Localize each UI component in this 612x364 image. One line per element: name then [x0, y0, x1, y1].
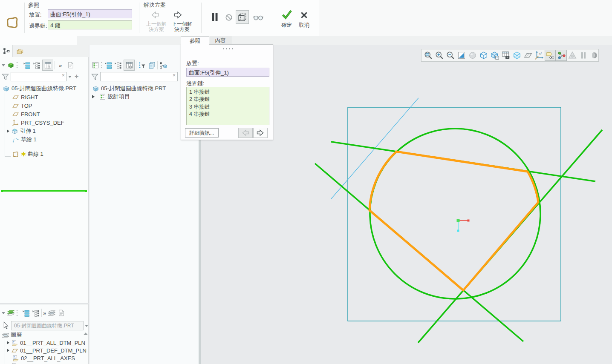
collapse-all-icon[interactable]	[32, 309, 40, 317]
layer-doc-icon[interactable]	[57, 309, 66, 317]
more-options-icon[interactable]	[101, 61, 103, 69]
boundary-chain-list[interactable]: 1 串接鏈 2 串接鏈 3 串接鏈 4 串接鏈	[186, 87, 269, 125]
next-chain-button[interactable]	[253, 128, 268, 138]
insert-here-locator[interactable]	[1, 190, 87, 192]
glasses-preview-icon[interactable]	[251, 12, 266, 23]
chain-list-item[interactable]: 3 串接鏈	[189, 103, 266, 111]
perspective-icon[interactable]	[511, 50, 523, 61]
tree-settings-doc-icon[interactable]	[66, 61, 75, 69]
cancel-button[interactable]: 取消	[299, 22, 309, 29]
tree-item-label[interactable]: PRT_CSYS_DEF	[21, 120, 64, 126]
annotation-display-icon[interactable]	[545, 50, 556, 61]
select-pointer-icon[interactable]	[1, 321, 9, 330]
expand-arrow-icon[interactable]	[92, 95, 95, 98]
overflow-chevron-icon[interactable]	[43, 310, 46, 316]
collapse-all-icon[interactable]	[32, 61, 41, 69]
boundary-chain-loop[interactable]	[370, 152, 538, 290]
tree-columns-icon[interactable]	[42, 60, 53, 71]
boundary-chain-field[interactable]: 4 鏈	[48, 20, 132, 29]
shading-icon[interactable]	[467, 50, 478, 61]
tree-item-label[interactable]: FRONT	[21, 111, 40, 118]
tree-item-label[interactable]: RIGHT	[21, 94, 38, 100]
wireframe-preview-icon[interactable]	[236, 10, 249, 24]
next-solution-button[interactable]: 下一個解決方案	[170, 21, 194, 32]
layer-settings-icon[interactable]	[47, 309, 56, 317]
chain-list-item[interactable]: 2 串接鏈	[189, 96, 266, 103]
tree-item-label[interactable]: 02__PRT_ALL_CURVES	[20, 363, 82, 364]
copy-tree-icon[interactable]	[147, 61, 156, 69]
placement-field[interactable]: 曲面:F5(引伸_1)	[48, 9, 132, 18]
design-items-settings-icon[interactable]	[91, 61, 100, 69]
tree-structure-icon[interactable]	[159, 61, 167, 69]
repaint-icon[interactable]	[456, 50, 467, 61]
collapse-all-icon[interactable]	[114, 61, 122, 69]
pause-icon[interactable]	[578, 50, 589, 61]
previous-solution-icon[interactable]	[150, 10, 160, 20]
zoom-refit-icon[interactable]	[423, 50, 434, 61]
spin-center-icon[interactable]	[556, 50, 567, 61]
expand-all-icon[interactable]	[23, 61, 31, 69]
tree-menu-arrow-icon[interactable]	[2, 64, 5, 66]
model-cube-icon[interactable]	[6, 61, 15, 69]
view-manager-icon[interactable]	[500, 50, 511, 61]
search-options-arrow-icon[interactable]	[68, 76, 72, 78]
tree-filter-icon[interactable]	[138, 61, 146, 69]
chain-list-item[interactable]: 4 串接鏈	[189, 111, 266, 118]
tree-item-label[interactable]: 02__PRT_ALL_AXES	[21, 355, 75, 361]
sketch-circle[interactable]	[370, 129, 540, 299]
clear-search-icon[interactable]	[173, 72, 176, 78]
saved-orientations-icon[interactable]	[489, 50, 500, 61]
chain-list-item[interactable]: 1 串接鏈	[189, 89, 266, 96]
placement-field[interactable]: 曲面:F5(引伸_1)	[186, 68, 269, 77]
tree-item-label[interactable]: 曲線 1	[28, 150, 43, 158]
tree-item-label[interactable]: 草繪 1	[21, 136, 37, 143]
tree-item-label[interactable]: 05-封閉迴圈曲線特徵.PRT	[101, 85, 166, 92]
scroll-up-icon[interactable]	[84, 332, 88, 335]
tree-item-label[interactable]: 引伸 1	[20, 127, 36, 135]
next-solution-icon[interactable]	[173, 10, 183, 20]
previous-solution-button[interactable]: 上一個解決方案	[144, 21, 169, 32]
tree-item-label[interactable]: 01__PRT_ALL_DTM_PLN	[20, 340, 85, 346]
tree-columns-icon[interactable]	[124, 60, 135, 71]
expand-arrow-icon[interactable]	[7, 129, 9, 133]
layer-model-selector[interactable]: 05-封閉迴圈曲線特徵.PRT	[11, 321, 84, 330]
no-preview-icon[interactable]	[224, 13, 234, 22]
panel-drag-handle[interactable]	[222, 48, 233, 49]
expand-all-icon[interactable]	[22, 309, 30, 317]
flip-icon[interactable]	[589, 50, 600, 61]
expand-arrow-icon[interactable]	[7, 341, 9, 344]
tree-item-label[interactable]: 設計項目	[108, 93, 130, 100]
pause-icon[interactable]	[209, 11, 221, 23]
more-options-icon[interactable]	[16, 309, 18, 317]
tree-item-label[interactable]: 01__PRT_DEF_DTM_PLN	[20, 347, 87, 354]
expand-all-icon[interactable]	[104, 61, 113, 69]
clear-search-icon[interactable]	[62, 72, 65, 78]
dragger-display-icon[interactable]	[567, 50, 578, 61]
zoom-in-icon[interactable]	[434, 50, 445, 61]
previous-chain-button[interactable]	[238, 128, 253, 138]
add-filter-icon[interactable]	[75, 73, 78, 80]
tree-item-label[interactable]: TOP	[21, 103, 32, 109]
more-options-icon[interactable]	[16, 61, 18, 69]
display-style-icon[interactable]	[478, 50, 489, 61]
expand-arrow-icon[interactable]	[7, 349, 9, 352]
model-tree-tab-icon[interactable]	[0, 45, 13, 57]
details-button[interactable]: 詳細資訊...	[185, 128, 219, 138]
tree-item-label[interactable]: 05-封閉迴圈曲線特徵.PRT	[12, 85, 76, 92]
overflow-chevron-icon[interactable]	[59, 62, 62, 69]
zoom-out-icon[interactable]	[445, 50, 456, 61]
ok-button[interactable]: 確定	[281, 22, 292, 29]
folder-browser-tab-icon[interactable]	[13, 45, 26, 57]
cancel-icon[interactable]	[299, 10, 309, 20]
design-tree-search-input[interactable]	[100, 72, 178, 81]
layers-icon[interactable]	[6, 309, 15, 317]
datum-display-icon[interactable]	[534, 50, 545, 61]
tab-properties[interactable]: 內容	[210, 36, 231, 45]
tree-item-label[interactable]: 圖層	[11, 331, 22, 339]
tab-references[interactable]: 參照	[181, 36, 209, 45]
model-tree-search-input[interactable]	[11, 72, 67, 81]
selector-dropdown-icon[interactable]	[85, 325, 88, 327]
layer-menu-arrow-icon[interactable]	[2, 312, 5, 314]
ok-icon[interactable]	[280, 8, 293, 21]
section-icon[interactable]	[523, 50, 534, 61]
